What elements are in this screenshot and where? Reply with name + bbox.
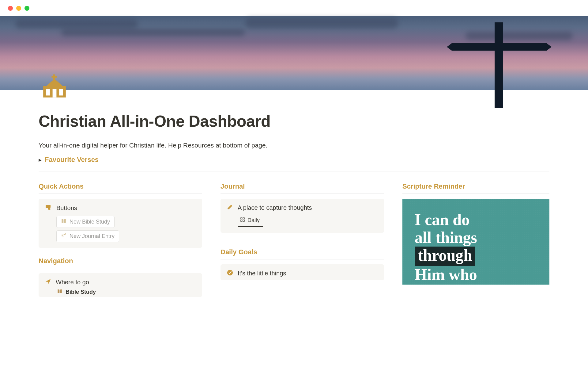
svg-rect-6 xyxy=(59,89,63,96)
scripture-line-2: all things xyxy=(415,229,537,247)
nav-item-label: Bible Study xyxy=(66,289,96,295)
quick-actions-card: Buttons New Bible Study New Journal Entr… xyxy=(39,199,202,248)
new-bible-study-label: New Bible Study xyxy=(70,219,110,225)
navigation-card: Where to go Bible Study xyxy=(39,273,202,297)
grid-icon xyxy=(240,217,245,224)
cover-image xyxy=(0,16,588,90)
window-minimize-button[interactable] xyxy=(16,6,21,11)
divider xyxy=(221,194,384,194)
divider xyxy=(402,194,549,194)
page-subtitle: Your all-in-one digital helper for Chris… xyxy=(39,142,549,149)
scripture-line-1: I can do xyxy=(415,211,537,229)
divider xyxy=(39,194,202,194)
svg-rect-13 xyxy=(241,220,242,221)
new-journal-entry-button[interactable]: New Journal Entry xyxy=(56,230,119,242)
window-chrome xyxy=(0,0,588,16)
daily-goals-card: It's the little things. xyxy=(221,264,384,280)
svg-rect-5 xyxy=(53,89,57,98)
window-close-button[interactable] xyxy=(8,6,13,11)
check-circle-icon xyxy=(227,269,233,277)
journal-title: Journal xyxy=(221,182,384,190)
journal-card: A place to capture thoughts Daily xyxy=(221,199,384,233)
new-bible-study-button[interactable]: New Bible Study xyxy=(56,216,115,228)
favourite-verses-label: Favourite Verses xyxy=(45,156,99,164)
scripture-reminder-title: Scripture Reminder xyxy=(402,182,549,190)
chevron-right-icon: ▶ xyxy=(39,158,42,162)
book-icon xyxy=(57,289,62,296)
navigation-arrow-icon xyxy=(45,278,51,286)
new-journal-entry-label: New Journal Entry xyxy=(70,233,115,240)
edit-icon xyxy=(61,233,66,240)
navigation-title: Navigation xyxy=(39,257,202,265)
favourite-verses-toggle[interactable]: ▶ Favourite Verses xyxy=(39,154,549,166)
scripture-line-3: through xyxy=(415,247,537,266)
tab-daily-label: Daily xyxy=(247,217,260,224)
quick-actions-card-title: Buttons xyxy=(56,205,77,212)
svg-rect-12 xyxy=(243,218,244,219)
window-fullscreen-button[interactable] xyxy=(24,6,29,11)
scripture-line-4: Him who xyxy=(415,266,537,284)
divider xyxy=(39,171,549,171)
svg-rect-7 xyxy=(46,205,51,208)
journal-tabs: Daily xyxy=(238,215,263,227)
daily-goals-title: Daily Goals xyxy=(221,248,384,256)
svg-rect-14 xyxy=(243,220,244,221)
daily-goals-card-title: It's the little things. xyxy=(238,270,288,277)
page-title: Christian All-in-One Dashboard xyxy=(39,112,549,130)
svg-marker-2 xyxy=(46,79,63,86)
divider xyxy=(39,268,202,268)
svg-rect-1 xyxy=(51,76,57,78)
scripture-image: I can do all things through Him who xyxy=(402,199,549,285)
tab-daily[interactable]: Daily xyxy=(238,215,263,227)
quick-actions-title: Quick Actions xyxy=(39,182,202,190)
church-icon xyxy=(42,74,67,98)
pencil-icon xyxy=(227,204,233,212)
svg-rect-11 xyxy=(241,218,242,219)
navigation-card-title: Where to go xyxy=(56,279,89,286)
divider xyxy=(39,136,549,136)
nav-item-bible-study[interactable]: Bible Study xyxy=(57,289,196,296)
divider xyxy=(221,259,384,259)
buttons-icon xyxy=(45,204,52,212)
journal-card-title: A place to capture thoughts xyxy=(238,204,312,211)
book-icon xyxy=(61,218,66,225)
svg-rect-4 xyxy=(46,89,50,96)
